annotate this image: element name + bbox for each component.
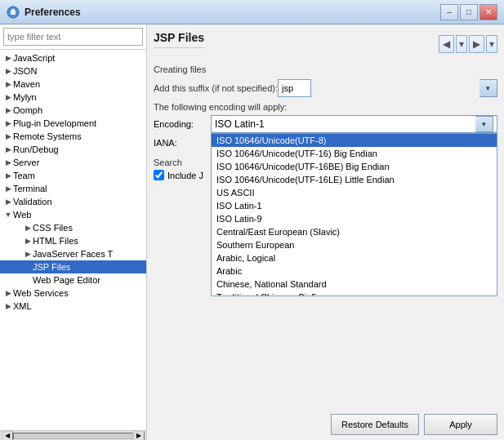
horizontal-scrollbar: ◀ ▶ <box>0 430 146 440</box>
main-layout: JavaScriptJSONMavenMylynOomphPlug-in Dev… <box>0 24 504 440</box>
tree-label-team: Team <box>13 171 35 180</box>
dropdown-item-trad-chinese[interactable]: Traditional Chinese, Big5 <box>212 291 497 296</box>
tree-item-web[interactable]: Web <box>0 208 146 221</box>
minimize-button[interactable]: – <box>440 4 458 20</box>
tree-item-oomph[interactable]: Oomph <box>0 104 146 117</box>
dropdown-item-utf16le[interactable]: ISO 10646/Unicode(UTF-16LE) Little Endia… <box>212 173 497 186</box>
tree-arrow-oomph <box>3 105 13 115</box>
tree-item-server[interactable]: Server <box>0 156 146 169</box>
maximize-button[interactable]: □ <box>460 4 478 20</box>
apply-button[interactable]: Apply <box>424 414 497 435</box>
tree-label-maven: Maven <box>13 79 40 89</box>
nav-forward-button[interactable]: ▶ <box>469 35 484 53</box>
tree-arrow-web-page-editor <box>23 275 33 285</box>
back-icon: ◀ <box>443 38 450 50</box>
tree-arrow-terminal <box>3 184 13 193</box>
tree-label-oomph: Oomph <box>13 105 42 115</box>
tree-item-plug-in-development[interactable]: Plug-in Development <box>0 117 146 130</box>
tree-item-terminal[interactable]: Terminal <box>0 182 146 195</box>
tree-arrow-web-services <box>3 288 13 298</box>
tree-arrow-json <box>3 66 13 76</box>
tree-arrow-javaserver-faces <box>23 249 33 259</box>
tree-item-run-debug[interactable]: Run/Debug <box>0 143 146 156</box>
encoding-dropdown-btn[interactable]: ▾ <box>475 116 493 132</box>
tree-label-plug-in-development: Plug-in Development <box>13 118 96 128</box>
tree-item-css-files[interactable]: CSS Files <box>0 221 146 234</box>
svg-rect-2 <box>11 9 15 11</box>
tree-item-maven[interactable]: Maven <box>0 78 146 91</box>
iana-label: IANA: <box>154 138 211 148</box>
tree-arrow-team <box>3 171 13 180</box>
encoding-label: Encoding: <box>154 119 211 129</box>
tree-label-xml: XML <box>13 301 32 311</box>
scroll-right-btn[interactable]: ▶ <box>133 431 145 441</box>
tree-label-web-services: Web Services <box>13 288 69 298</box>
creating-files-label: Creating files <box>154 64 497 74</box>
tree-arrow-xml <box>3 301 13 311</box>
tree-item-web-page-editor[interactable]: Web Page Editor <box>0 273 146 287</box>
nav-forward-dropdown[interactable]: ▾ <box>486 35 497 53</box>
tree-label-json: JSON <box>13 66 37 76</box>
encoding-dropdown-container: ISO Latin-1 ▾ ISO 10646/Unicode(UTF-8)IS… <box>211 115 497 133</box>
nav-back-dropdown[interactable]: ▾ <box>456 35 467 53</box>
dropdown-item-utf16le-be[interactable]: ISO 10646/Unicode(UTF-16BE) Big Endian <box>212 160 497 173</box>
dropdown-item-central-east[interactable]: Central/East European (Slavic) <box>212 225 497 238</box>
tree-label-server: Server <box>13 158 39 167</box>
close-button[interactable]: ✕ <box>479 4 497 20</box>
tree-arrow-run-debug <box>3 144 13 154</box>
tree-item-team[interactable]: Team <box>0 169 146 182</box>
right-panel-wrapper: JSP Files ◀ ▾ ▶ ▾ Creating files <box>147 24 504 440</box>
dropdown-item-chinese-nat[interactable]: Chinese, National Standard <box>212 278 497 291</box>
filter-input[interactable] <box>3 28 143 46</box>
restore-defaults-button[interactable]: Restore Defaults <box>331 414 419 435</box>
tree-item-validation[interactable]: Validation <box>0 195 146 208</box>
tree-item-javascript[interactable]: JavaScript <box>0 51 146 64</box>
tree-label-css-files: CSS Files <box>33 223 73 233</box>
action-buttons-bar: Restore Defaults Apply <box>147 409 504 440</box>
encoding-row: Encoding: ISO Latin-1 ▾ ISO 10646/Unicod… <box>154 115 497 133</box>
tree-arrow-plug-in-development <box>3 118 13 128</box>
panel-title: JSP Files <box>154 31 204 48</box>
tree-label-javascript: JavaScript <box>13 53 55 63</box>
tree-label-html-files: HTML Files <box>33 236 78 246</box>
nav-back-button[interactable]: ◀ <box>439 35 454 53</box>
tree-arrow-maven <box>3 79 13 89</box>
panel-header: JSP Files ◀ ▾ ▶ ▾ <box>154 31 497 56</box>
tree-item-xml[interactable]: XML <box>0 300 146 313</box>
tree-item-html-files[interactable]: HTML Files <box>0 234 146 247</box>
dropdown-item-southern[interactable]: Southern European <box>212 238 497 251</box>
window-controls: – □ ✕ <box>440 4 497 20</box>
tree-label-web: Web <box>13 210 31 220</box>
tree-arrow-jsp-files <box>23 262 33 272</box>
dropdown-item-utf8[interactable]: ISO 10646/Unicode(UTF-8) <box>212 134 497 147</box>
tree-arrow-web <box>3 210 13 220</box>
tree-item-json[interactable]: JSON <box>0 64 146 78</box>
dropdown-item-arabic[interactable]: Arabic <box>212 264 497 278</box>
suffix-select[interactable]: jsp <box>278 79 311 97</box>
tree-arrow-javascript <box>3 53 13 63</box>
tree-label-web-page-editor: Web Page Editor <box>33 275 100 285</box>
tree-item-remote-systems[interactable]: Remote Systems <box>0 130 146 143</box>
title-bar: Preferences – □ ✕ <box>0 0 504 24</box>
dropdown-item-arabic-logical[interactable]: Arabic, Logical <box>212 251 497 264</box>
dropdown-item-utf16be[interactable]: ISO 10646/Unicode(UTF-16) Big Endian <box>212 147 497 160</box>
tree-label-javaserver-faces: JavaServer Faces T <box>33 249 113 259</box>
forward-icon: ▶ <box>473 38 480 50</box>
dropdown-item-iso-latin9[interactable]: ISO Latin-9 <box>212 212 497 225</box>
suffix-label: Add this suffix (if not specified): <box>154 83 278 93</box>
tree-label-run-debug: Run/Debug <box>13 144 59 154</box>
suffix-row: Add this suffix (if not specified): jsp … <box>154 79 497 97</box>
encoding-section-label: The following encoding will apply: <box>154 102 497 112</box>
tree-item-web-services[interactable]: Web Services <box>0 287 146 300</box>
tree-item-jsp-files[interactable]: JSP Files <box>0 260 146 273</box>
tree-label-jsp-files: JSP Files <box>33 262 70 272</box>
dropdown-item-us-ascii[interactable]: US ASCII <box>212 186 497 199</box>
tree-arrow-mylyn <box>3 92 13 102</box>
encoding-selected-value: ISO Latin-1 <box>215 118 475 130</box>
tree-item-mylyn[interactable]: Mylyn <box>0 91 146 104</box>
dropdown-item-iso-latin1[interactable]: ISO Latin-1 <box>212 199 497 212</box>
scroll-left-btn[interactable]: ◀ <box>2 431 13 441</box>
include-checkbox[interactable] <box>154 170 164 180</box>
tree-item-javaserver-faces[interactable]: JavaServer Faces T <box>0 247 146 260</box>
encoding-dropdown-box[interactable]: ISO Latin-1 ▾ <box>211 115 497 133</box>
